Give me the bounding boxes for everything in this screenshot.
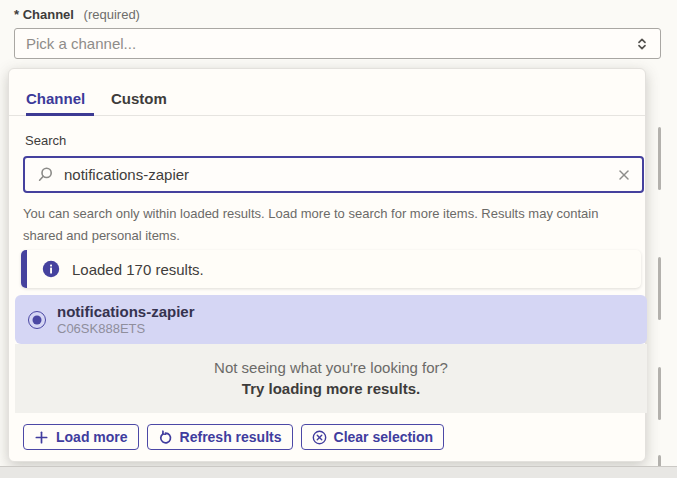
refresh-icon bbox=[158, 430, 173, 445]
search-input[interactable] bbox=[64, 166, 616, 183]
clear-selection-button[interactable]: Clear selection bbox=[301, 424, 445, 450]
tab-custom[interactable]: Custom bbox=[111, 90, 167, 107]
result-channel-name: notifications-zapier bbox=[57, 303, 195, 321]
search-helper-text: You can search only within loaded result… bbox=[23, 203, 639, 247]
clear-search-icon[interactable] bbox=[616, 167, 632, 183]
active-tab-underline bbox=[26, 113, 94, 116]
page-scrollbar[interactable] bbox=[658, 127, 661, 190]
chevron-up-down-icon bbox=[634, 36, 650, 52]
search-icon bbox=[37, 166, 54, 183]
not-seeing-line1: Not seeing what you're looking for? bbox=[15, 357, 647, 378]
tab-divider bbox=[9, 115, 645, 116]
dropdown-action-bar: Load more Refresh results Clear selectio… bbox=[23, 424, 444, 450]
channel-select-placeholder: Pick a channel... bbox=[26, 35, 634, 52]
clear-selection-label: Clear selection bbox=[334, 429, 434, 445]
not-seeing-hint: Not seeing what you're looking for? Try … bbox=[15, 344, 647, 413]
page-scrollbar[interactable] bbox=[658, 257, 661, 320]
page-scrollbar[interactable] bbox=[658, 367, 661, 420]
channel-result-row-selected[interactable]: notifications-zapier C06SK888ETS bbox=[15, 295, 647, 344]
channel-field-label-row: * Channel (required) bbox=[14, 7, 140, 22]
loaded-results-banner: Loaded 170 results. bbox=[21, 250, 641, 288]
plus-icon bbox=[34, 430, 49, 445]
circle-x-icon bbox=[312, 430, 327, 445]
tab-channel[interactable]: Channel bbox=[26, 90, 85, 107]
search-label: Search bbox=[25, 133, 66, 148]
channel-dropdown-panel: Channel Custom Search You can search onl… bbox=[8, 68, 646, 462]
load-more-button[interactable]: Load more bbox=[23, 424, 139, 450]
load-more-label: Load more bbox=[56, 429, 128, 445]
refresh-results-button[interactable]: Refresh results bbox=[147, 424, 293, 450]
result-channel-id: C06SK888ETS bbox=[57, 321, 195, 337]
info-icon bbox=[42, 260, 60, 278]
required-note: (required) bbox=[84, 7, 140, 22]
result-texts: notifications-zapier C06SK888ETS bbox=[57, 303, 195, 337]
banner-accent-bar bbox=[21, 250, 27, 288]
not-seeing-line2: Try loading more results. bbox=[15, 378, 647, 400]
underlying-section-edge bbox=[0, 466, 677, 478]
search-box bbox=[23, 156, 644, 193]
channel-select-trigger[interactable]: Pick a channel... bbox=[14, 28, 661, 59]
tab-bar: Channel Custom bbox=[9, 69, 645, 116]
channel-field-label: * Channel bbox=[14, 7, 74, 22]
refresh-results-label: Refresh results bbox=[180, 429, 282, 445]
loaded-results-text: Loaded 170 results. bbox=[72, 261, 204, 278]
radio-selected-icon[interactable] bbox=[28, 311, 46, 329]
